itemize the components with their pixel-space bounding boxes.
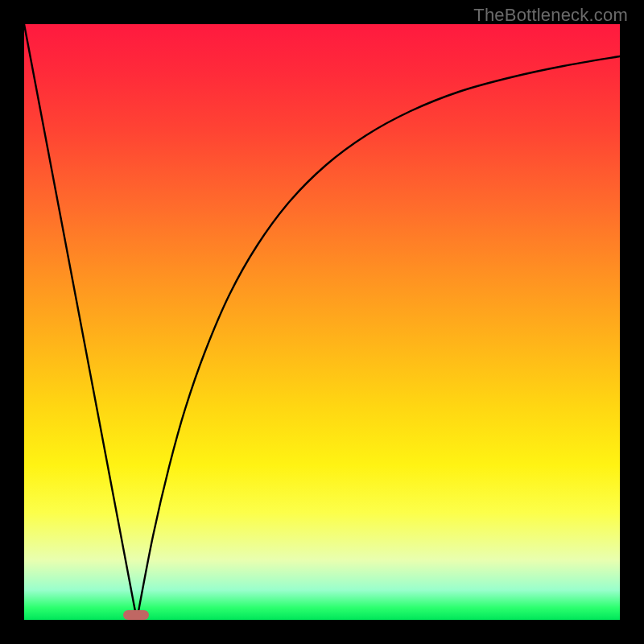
plot-area — [24, 24, 620, 620]
watermark-text: TheBottleneck.com — [473, 5, 628, 26]
right-curve-line — [137, 56, 620, 620]
bottleneck-marker — [123, 610, 149, 620]
chart-frame: TheBottleneck.com — [0, 0, 644, 644]
left-descent-line — [24, 24, 137, 620]
curve-layer — [24, 24, 620, 620]
